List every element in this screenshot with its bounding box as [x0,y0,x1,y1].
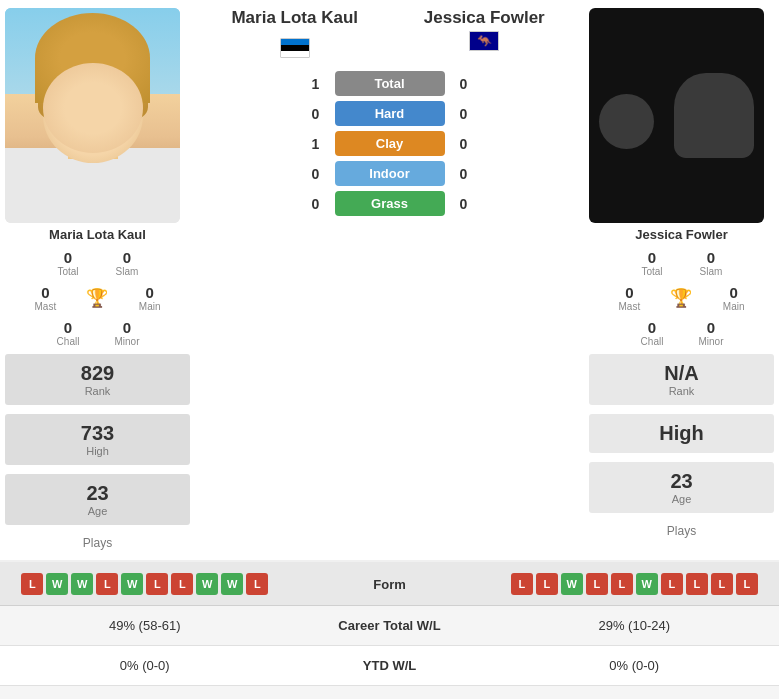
left-rank-lbl: Rank [10,385,185,397]
score-clay-right: 0 [453,136,475,152]
left-mast-stat: 0 Mast [18,284,73,312]
right-ytd-wl: 0% (0-0) [490,648,780,683]
right-stats-bottom: 0 Chall 0 Minor [589,315,774,351]
right-age-val: 23 [594,470,769,493]
left-mast-lbl: Mast [34,301,56,312]
right-mast-lbl: Mast [618,301,640,312]
left-player-photo [5,8,180,223]
form-badge-l: L [736,573,758,595]
form-badge-l: L [171,573,193,595]
left-career-wl: 49% (58-61) [0,608,290,643]
face-shape [43,68,143,163]
surface-indoor-badge: Indoor [335,161,445,186]
left-trophy-icon: 🏆 [86,287,108,309]
left-minor-stat: 0 Minor [100,319,155,347]
score-row-total: 1 Total 0 [195,71,584,96]
right-mast-stat: 0 Mast [602,284,657,312]
form-badge-w: W [221,573,243,595]
left-age-val: 23 [10,482,185,505]
left-age-panel: 23 Age [5,474,190,525]
prize-label: Career Prize Money [290,688,490,699]
ytd-wl-label: YTD W/L [290,648,490,683]
right-trophy-icon: 🏆 [670,287,692,309]
left-ytd-wl: 0% (0-0) [0,648,290,683]
score-clay-left: 1 [305,136,327,152]
right-prize: $0 [490,688,780,699]
score-row-grass: 0 Grass 0 [195,191,584,216]
score-grass-right: 0 [453,196,475,212]
sky-bg [5,8,180,94]
right-age-panel: 23 Age [589,462,774,513]
sil-head [599,94,654,149]
right-age-lbl: Age [594,493,769,505]
prize-row: $0 Career Prize Money $0 [0,686,779,699]
right-chall-val: 0 [648,319,656,336]
left-total-val: 0 [64,249,72,266]
left-main-val: 0 [145,284,153,301]
form-badge-w: W [71,573,93,595]
sil-body [674,73,754,158]
main-layout: Maria Lota Kaul 0 Total 0 Slam 0 Mast 🏆 [0,0,779,699]
right-name-heading: Jessica Fowler [390,8,580,28]
left-minor-lbl: Minor [114,336,139,347]
score-hard-right: 0 [453,106,475,122]
left-chall-stat: 0 Chall [41,319,96,347]
left-slam-stat: 0 Slam [100,249,155,277]
left-form-list: LWWLWLLWWL [0,568,290,600]
left-player-name: Maria Lota Kaul [5,223,190,245]
career-wl-label: Career Total W/L [290,608,490,643]
right-stats-top: 0 Total 0 Slam [589,245,774,281]
right-rank-lbl: Rank [594,385,769,397]
left-name-heading: Maria Lota Kaul [200,8,390,28]
right-flag-au: 🦘 [469,31,499,51]
form-badge-l: L [661,573,683,595]
right-slam-val: 0 [707,249,715,266]
form-badge-l: L [96,573,118,595]
right-chall-lbl: Chall [641,336,664,347]
left-rank-panel: 829 Rank [5,354,190,405]
form-badge-l: L [686,573,708,595]
left-slam-val: 0 [123,249,131,266]
form-badge-l: L [711,573,733,595]
right-career-wl: 29% (10-24) [490,608,780,643]
score-hard-left: 0 [305,106,327,122]
left-high-val: 733 [10,422,185,445]
left-chall-lbl: Chall [57,336,80,347]
surface-grass-badge: Grass [335,191,445,216]
form-badge-w: W [46,573,68,595]
form-badge-l: L [21,573,43,595]
right-form-list: LLWLLWLLLL [490,568,780,600]
right-minor-stat: 0 Minor [684,319,739,347]
right-name-center: Jessica Fowler 🦘 [390,8,580,54]
right-mast-val: 0 [625,284,633,301]
form-badge-l: L [511,573,533,595]
left-info-panels: 829 Rank 733 High 23 Age Plays [5,351,190,555]
names-flags-row: Maria Lota Kaul Jessica Fowler 🦘 [195,8,584,66]
left-player-column: Maria Lota Kaul 0 Total 0 Slam 0 Mast 🏆 [5,8,190,351]
left-total-lbl: Total [57,266,78,277]
right-trophy-row: 0 Mast 🏆 0 Main [589,281,774,315]
form-badge-w: W [121,573,143,595]
form-row: LWWLWLLWWL Form LLWLLWLLLL [0,562,779,606]
left-stats-bottom: 0 Chall 0 Minor [5,315,190,351]
score-row-hard: 0 Hard 0 [195,101,584,126]
hair-shape [38,47,148,122]
score-grass-left: 0 [305,196,327,212]
form-badge-w: W [561,573,583,595]
form-badge-l: L [536,573,558,595]
form-badge-l: L [611,573,633,595]
right-rank-panel: N/A Rank [589,354,774,405]
neck-bg [68,73,118,159]
left-total-stat: 0 Total [41,249,96,277]
left-flag-ee [280,38,310,58]
career-wl-row: 49% (58-61) Career Total W/L 29% (10-24) [0,606,779,646]
right-minor-val: 0 [707,319,715,336]
right-total-val: 0 [648,249,656,266]
form-badge-l: L [146,573,168,595]
left-form-badges: LWWLWLLWWL [0,568,290,600]
score-table: 1 Total 0 0 Hard 0 1 [195,66,584,221]
left-high-panel: 733 High [5,414,190,465]
center-column: Maria Lota Kaul Jessica Fowler 🦘 [190,8,589,351]
left-chall-val: 0 [64,319,72,336]
right-chall-stat: 0 Chall [625,319,680,347]
